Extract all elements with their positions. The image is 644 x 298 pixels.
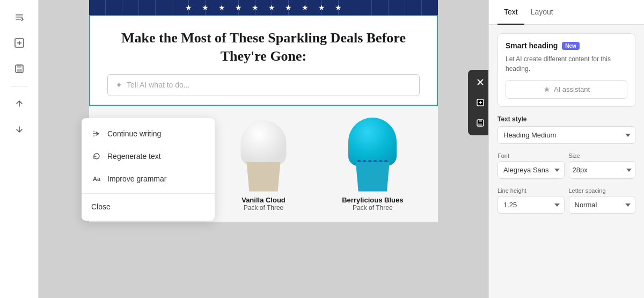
left-sidebar — [0, 0, 39, 298]
cup — [354, 162, 391, 192]
regenerate-icon — [91, 151, 102, 162]
cup — [245, 162, 282, 192]
tab-text[interactable]: Text — [497, 0, 524, 25]
tab-layout[interactable]: Layout — [524, 0, 560, 25]
line-height-section: Line height 1.25 — [497, 187, 565, 214]
main-heading: Make the Most of These Sparkling Deals B… — [107, 29, 420, 66]
size-section: Size 28px — [569, 152, 636, 179]
smart-heading-title: Smart heading — [506, 41, 558, 50]
size-select[interactable]: 28px — [569, 161, 636, 179]
svg-rect-2 — [16, 19, 21, 20]
close-menu-item[interactable]: Close — [82, 197, 215, 216]
continue-writing-icon — [91, 128, 102, 139]
letter-spacing-select[interactable]: Normal — [569, 196, 636, 214]
letter-spacing-section: Letter spacing Normal — [569, 187, 636, 214]
improve-grammar-item[interactable]: Aa Improve grammar — [82, 168, 215, 190]
line-height-label: Line height — [497, 187, 565, 194]
ai-input-placeholder: Tell AI what to do... — [127, 81, 190, 89]
float-toolbar — [468, 70, 488, 135]
smart-heading-card: Smart heading New Let AI create differen… — [497, 33, 635, 107]
svg-rect-7 — [17, 65, 21, 68]
close-label: Close — [91, 202, 111, 211]
frosting — [348, 118, 397, 166]
product-name-blue: Berrylicious Blues — [342, 196, 403, 204]
down-arrow-icon — [14, 125, 24, 134]
ai-context-menu: Continue writing Regenerate text Aa Impr… — [82, 118, 215, 221]
float-add-button[interactable] — [471, 93, 488, 112]
font-size-row: Font Alegreya Sans Size 28px — [497, 152, 635, 179]
white-cupcake-image — [231, 117, 296, 192]
font-label: Font — [497, 152, 565, 159]
text-style-section: Text style Heading Medium — [497, 115, 635, 144]
heading-card[interactable]: Make the Most of These Sparkling Deals B… — [89, 15, 438, 106]
float-add-icon — [477, 99, 484, 106]
grammar-icon: Aa — [91, 173, 102, 184]
ai-assistant-icon — [543, 86, 551, 93]
banner-strip: ★★★★★ ★★★★★ — [89, 0, 438, 15]
sidebar-divider — [11, 86, 28, 86]
up-arrow-icon — [14, 99, 24, 108]
regenerate-label: Regenerate text — [107, 152, 161, 161]
float-save-icon — [477, 119, 484, 127]
panel-body: Smart heading New Let AI create differen… — [489, 25, 644, 222]
product-sub-blue: Pack of Three — [353, 204, 392, 212]
letter-spacing-label: Letter spacing — [569, 187, 636, 194]
menu-divider — [82, 193, 215, 194]
product-name-vanilla: Vanilla Cloud — [241, 196, 286, 204]
svg-rect-0 — [16, 14, 23, 16]
size-label: Size — [569, 152, 636, 159]
svg-point-10 — [93, 135, 95, 137]
continue-writing-item[interactable]: Continue writing — [82, 122, 215, 145]
close-button[interactable] — [9, 6, 30, 28]
float-close-icon — [477, 78, 484, 86]
improve-grammar-label: Improve grammar — [107, 175, 166, 183]
panel-tabs: Text Layout — [489, 0, 644, 25]
line-height-select[interactable]: 1.25 — [497, 196, 565, 214]
text-style-label: Text style — [497, 115, 635, 123]
right-panel: Text Layout Smart heading New Let AI cre… — [488, 0, 644, 298]
regenerate-text-item[interactable]: Regenerate text — [82, 145, 215, 168]
new-badge: New — [562, 42, 580, 50]
continue-writing-label: Continue writing — [107, 129, 161, 138]
save-button[interactable] — [9, 58, 30, 79]
stars-decoration: ★★★★★ ★★★★★ — [185, 3, 342, 12]
product-sub-vanilla: Pack of Three — [244, 204, 283, 212]
move-up-button[interactable] — [9, 93, 30, 114]
add-section-icon — [14, 38, 24, 48]
product-berrylicious: Berrylicious Blues Pack of Three — [318, 117, 427, 212]
svg-point-9 — [93, 131, 95, 133]
canvas-area: ★★★★★ ★★★★★ Make the Most of These Spark… — [39, 0, 488, 298]
svg-rect-8 — [17, 69, 22, 72]
frosting — [240, 120, 286, 166]
smart-heading-header: Smart heading New — [506, 41, 627, 50]
close-icon — [15, 13, 24, 21]
smart-heading-description: Let AI create different content for this… — [506, 54, 627, 74]
font-section: Font Alegreya Sans — [497, 152, 565, 179]
float-close-button[interactable] — [471, 73, 488, 91]
float-save-button[interactable] — [471, 114, 488, 132]
svg-rect-18 — [478, 123, 482, 126]
product-vanilla: Vanilla Cloud Pack of Three — [209, 117, 318, 212]
svg-rect-17 — [479, 120, 482, 122]
font-select[interactable]: Alegreya Sans — [497, 161, 565, 179]
text-style-select[interactable]: Heading Medium — [497, 126, 635, 144]
ai-sparkle-icon: ✦ — [115, 80, 122, 90]
save-icon — [14, 64, 24, 74]
ai-assistant-label: AI assistant — [554, 85, 590, 93]
add-section-button[interactable] — [9, 32, 30, 54]
line-letter-row: Line height 1.25 Letter spacing Normal — [497, 187, 635, 214]
ai-assistant-button[interactable]: AI assistant — [506, 80, 627, 99]
canvas-content: ★★★★★ ★★★★★ Make the Most of These Spark… — [39, 0, 488, 298]
blue-cupcake-image — [340, 117, 405, 192]
move-down-button[interactable] — [9, 119, 30, 140]
svg-rect-1 — [16, 17, 23, 18]
ai-input-bar[interactable]: ✦ Tell AI what to do... — [107, 74, 420, 96]
